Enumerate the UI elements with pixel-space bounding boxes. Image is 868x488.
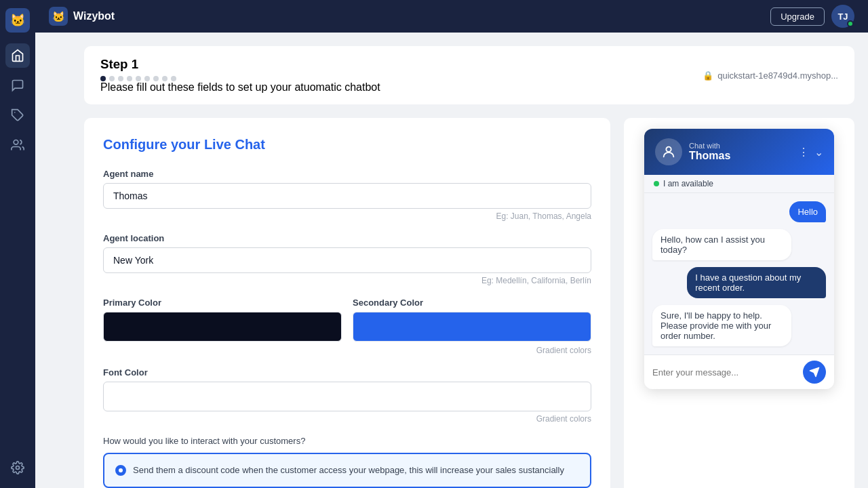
secondary-color-label: Secondary Color [353, 298, 591, 308]
preview-card: Chat with Thomas ⋮ ⌄ I am available Hell… [624, 118, 854, 488]
step-dot-9 [171, 76, 176, 81]
step-description: Please fill out these fields to set up y… [100, 81, 380, 94]
status-online-dot [654, 181, 659, 186]
step-dots [100, 76, 380, 81]
step-label: Step 1 [100, 57, 380, 72]
agent-location-label: Agent location [103, 233, 591, 243]
chat-input[interactable] [652, 367, 797, 378]
agent-location-hint: Eg: Medellín, California, Berlín [103, 276, 591, 285]
topbar-actions: Upgrade TJ [770, 5, 854, 28]
agent-name-label: Agent name [103, 169, 591, 179]
gradient-hint2: Gradient colors [103, 414, 591, 424]
message-1: Hello [789, 201, 826, 222]
chat-messages: Hello Hello, how can I assist you today?… [644, 193, 834, 354]
chevron-down-icon[interactable]: ⌄ [814, 146, 823, 159]
step-dot-7 [153, 76, 159, 81]
step-info: Step 1 Please fill out these fields to s… [100, 57, 380, 94]
chat-agent-name: Thomas [689, 150, 791, 162]
app-name: Wizybot [73, 10, 115, 22]
chat-with-label: Chat with [689, 142, 791, 150]
chat-header-icons: ⋮ ⌄ [798, 146, 823, 159]
chat-input-area [644, 354, 834, 389]
message-3: I have a question about my recent order. [687, 267, 826, 298]
message-4: Sure, I'll be happy to help. Please prov… [652, 305, 791, 346]
step-bar: Step 1 Please fill out these fields to s… [84, 46, 854, 104]
content-grid: Configure your Live Chat Agent name Eg: … [84, 118, 854, 488]
step-dot-1 [100, 76, 106, 81]
chat-status-bar: I am available [644, 175, 834, 193]
primary-color-swatch[interactable] [103, 312, 342, 342]
step-dot-5 [136, 76, 141, 81]
step-dot-3 [118, 76, 123, 81]
svg-text:🐱: 🐱 [10, 13, 26, 28]
svg-text:🐱: 🐱 [52, 11, 65, 23]
chat-widget: Chat with Thomas ⋮ ⌄ I am available Hell… [644, 129, 834, 389]
font-color-swatch[interactable] [103, 382, 591, 411]
step-dot-8 [162, 76, 167, 81]
app-logo: 🐱 [5, 8, 30, 33]
sidebar-item-team[interactable] [5, 133, 30, 157]
primary-color-group: Primary Color [103, 298, 342, 342]
main-content: Step 1 Please fill out these fields to s… [71, 33, 868, 488]
chat-avatar [655, 138, 682, 165]
lock-icon: 🔒 [703, 70, 713, 81]
option-text: Send them a discount code when the custo… [133, 464, 564, 477]
step-dot-2 [109, 76, 115, 81]
step-url: 🔒 quickstart-1e8749d4.myshop... [703, 70, 838, 81]
sidebar: 🐱 [0, 0, 35, 488]
font-color-group: Font Color Gradient colors [103, 367, 591, 424]
form-card: Configure your Live Chat Agent name Eg: … [84, 118, 610, 488]
topbar: 🐱 Wizybot Upgrade TJ [35, 0, 868, 33]
app-brand: 🐱 Wizybot [49, 7, 115, 26]
svg-point-7 [666, 147, 671, 152]
agent-name-input[interactable] [103, 183, 591, 209]
agent-location-input[interactable] [103, 247, 591, 273]
step-dot-6 [144, 76, 150, 81]
chat-header: Chat with Thomas ⋮ ⌄ [644, 129, 834, 175]
sidebar-item-tags[interactable] [5, 103, 30, 127]
svg-point-4 [16, 466, 20, 470]
svg-point-3 [14, 140, 18, 145]
message-2: Hello, how can I assist you today? [652, 229, 791, 260]
sidebar-item-home[interactable] [5, 43, 30, 68]
chat-send-button[interactable] [803, 361, 826, 384]
avatar[interactable]: TJ [831, 5, 854, 28]
font-color-label: Font Color [103, 367, 591, 378]
option-radio[interactable] [115, 465, 126, 476]
interact-question: How would you like to interact with your… [103, 436, 591, 446]
agent-name-group: Agent name Eg: Juan, Thomas, Angela [103, 169, 591, 221]
agent-name-hint: Eg: Juan, Thomas, Angela [103, 211, 591, 221]
more-icon[interactable]: ⋮ [798, 146, 809, 159]
upgrade-button[interactable]: Upgrade [770, 7, 825, 26]
gradient-hint: Gradient colors [103, 346, 591, 355]
secondary-color-swatch[interactable] [353, 312, 591, 342]
option-card[interactable]: Send them a discount code when the custo… [103, 453, 591, 488]
secondary-color-group: Secondary Color [353, 298, 591, 342]
form-title: Configure your Live Chat [103, 137, 591, 152]
color-row: Primary Color Secondary Color [103, 298, 591, 342]
avatar-online-dot [847, 20, 854, 27]
chat-agent-info: Chat with Thomas [689, 142, 791, 162]
step-dot-4 [127, 76, 132, 81]
sidebar-item-settings[interactable] [5, 455, 30, 480]
agent-location-group: Agent location Eg: Medellín, California,… [103, 233, 591, 285]
primary-color-label: Primary Color [103, 298, 342, 308]
sidebar-item-chat[interactable] [5, 73, 30, 98]
chat-status-text: I am available [663, 179, 713, 188]
